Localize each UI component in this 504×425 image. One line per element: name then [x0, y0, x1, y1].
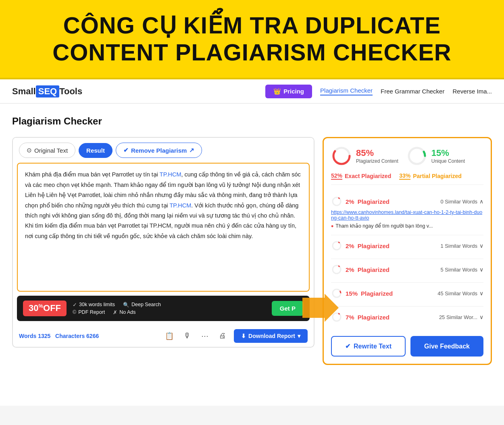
- result-circle-2: [331, 240, 342, 251]
- result-header-5: 7% Plagiarized 25 Similar Wor... ∨: [331, 311, 483, 323]
- promo-feature-row-2: © PDF Report ✗ No Ads: [73, 309, 266, 315]
- unique-pct: 15%: [431, 148, 465, 158]
- plagiarized-label: Plagiarized Content: [356, 158, 398, 164]
- similar-words-5: 25 Similar Wor... ∨: [439, 314, 483, 320]
- text-body: Khám phá địa điểm mua bán vẹt Parrotlet …: [25, 170, 302, 241]
- chevron-down-button-2[interactable]: ∨: [479, 243, 483, 249]
- result-header-3: 2% Plagiarized 5 Similar Words ∨: [331, 264, 483, 275]
- exact-plagiarism: 52% Exact Plagiarized: [331, 172, 391, 180]
- word-count-info: Words 1325 Characters 6266: [19, 333, 99, 339]
- svg-point-3: [409, 148, 425, 164]
- copy-icon[interactable]: 📋: [163, 330, 176, 342]
- rewrite-text-button[interactable]: ✔ Rewrite Text: [331, 336, 406, 357]
- partial-label: Partial Plagiarized: [413, 173, 462, 179]
- logo-prefix: Small: [12, 86, 36, 97]
- give-feedback-button[interactable]: Give Feedback: [410, 336, 483, 357]
- tab-remove-plagiarism[interactable]: ✔ Remove Plagiarism ↗: [116, 143, 202, 158]
- exact-pct: 52%: [331, 172, 342, 180]
- plagiarized-text: 85% Plagiarized Content: [356, 148, 398, 164]
- promo-feature-deep: 🔍 Deep Search: [123, 302, 161, 308]
- similar-words-2: 1 Similar Words ∨: [440, 243, 483, 249]
- result-pct-5: 7% Plagiarized: [331, 311, 389, 323]
- nav-reverse-image[interactable]: Reverse Ima...: [452, 88, 492, 95]
- logo-seo: SEQ: [36, 85, 59, 97]
- result-item-2: 2% Plagiarized 1 Similar Words ∨: [331, 235, 483, 259]
- page-title: Plagiarism Checker: [12, 116, 492, 127]
- tabs-bar: ⊙ Original Text Result ✔ Remove Plagiari…: [13, 138, 314, 163]
- promo-feature-noads: ✗ No Ads: [113, 309, 135, 315]
- result-header-1: 2% Plagiarized 0 Similar Words ∧: [331, 196, 483, 207]
- result-item-3: 2% Plagiarized 5 Similar Words ∨: [331, 259, 483, 283]
- chevron-down-button-4[interactable]: ∨: [479, 290, 483, 296]
- unique-circle-chart: [406, 145, 427, 166]
- result-header-4: 15% Plagiarized 45 Similar Words ∨: [331, 288, 483, 299]
- partial-pct: 33%: [399, 172, 410, 180]
- left-panel-wrapper: ⊙ Original Text Result ✔ Remove Plagiari…: [12, 137, 314, 347]
- pricing-button[interactable]: 👑 Pricing: [265, 85, 312, 98]
- promo-feature-row-1: ✓ 30k words limits 🔍 Deep Search: [73, 302, 266, 308]
- get-button[interactable]: Get P: [272, 301, 304, 316]
- right-panel: 85% Plagiarized Content 15% Unique Conte…: [323, 137, 492, 365]
- result-header-2: 2% Plagiarized 1 Similar Words ∨: [331, 240, 483, 251]
- download-report-button[interactable]: ⬇ Download Report ▾: [234, 329, 308, 343]
- result-item-1: 2% Plagiarized 0 Similar Words ∧ https:/…: [331, 191, 483, 235]
- scores-row: 85% Plagiarized Content 15% Unique Conte…: [331, 145, 483, 166]
- chevron-up-button-1[interactable]: ∧: [479, 198, 483, 205]
- external-link-icon: ↗: [189, 147, 194, 154]
- tab-result[interactable]: Result: [79, 143, 112, 158]
- tab-original-text[interactable]: ⊙ Original Text: [19, 143, 75, 158]
- crown-icon: 👑: [273, 88, 281, 95]
- back-icon: ⊙: [27, 147, 32, 154]
- page-content: Plagiarism Checker ⊙ Original Text Resul…: [0, 104, 504, 406]
- result-url-1[interactable]: https://www.canhovinhomes.land/tai-xuat-…: [331, 209, 483, 221]
- svg-marker-0: [302, 294, 339, 322]
- result-pct-1: 2% Plagiarized: [331, 196, 389, 207]
- highlight-tphcm-2: TP.HCM: [170, 202, 192, 209]
- plagiarized-circle-chart: [331, 145, 352, 166]
- chevron-down-button-5[interactable]: ∨: [479, 314, 483, 320]
- chevron-down-button-3[interactable]: ∨: [479, 266, 483, 273]
- plagiarized-score: 85% Plagiarized Content: [331, 145, 398, 166]
- share-icon[interactable]: ⋯: [198, 330, 211, 342]
- similar-words-3: 5 Similar Words ∨: [440, 266, 483, 273]
- footer-bar: Words 1325 Characters 6266 📋 🎙 ⋯ 🖨 ⬇ Dow…: [13, 325, 314, 347]
- check-icon: ✔: [123, 147, 129, 154]
- plagiarism-types: 52% Exact Plagiarized 33% Partial Plagia…: [331, 172, 483, 185]
- promo-off-badge: 30%OFF: [23, 301, 67, 316]
- download-icon: ⬇: [241, 333, 246, 339]
- similar-words-4: 45 Similar Words ∨: [437, 290, 483, 296]
- dot-icon-1: •: [331, 223, 333, 230]
- result-items-list: 2% Plagiarized 0 Similar Words ∧ https:/…: [331, 191, 483, 330]
- partial-plagiarism: 33% Partial Plagiarized: [399, 172, 462, 180]
- bottom-buttons: ✔ Rewrite Text Give Feedback: [331, 336, 483, 357]
- unique-text: 15% Unique Content: [431, 148, 465, 164]
- nav-plagiarism-checker[interactable]: Plagiarism Checker: [320, 87, 373, 95]
- left-panel: ⊙ Original Text Result ✔ Remove Plagiari…: [12, 137, 314, 347]
- result-circle-1: [331, 196, 342, 207]
- footer-icons: 📋 🎙 ⋯ 🖨 ⬇ Download Report ▾: [163, 329, 308, 343]
- result-item-5: 7% Plagiarized 25 Similar Wor... ∨: [331, 307, 483, 330]
- promo-bar: 30%OFF ✓ 30k words limits 🔍 Deep Search …: [17, 296, 310, 321]
- result-item-4: 15% Plagiarized 45 Similar Words ∨: [331, 283, 483, 307]
- result-circle-3: [331, 264, 342, 275]
- print-icon[interactable]: 🖨: [216, 330, 229, 342]
- chevron-down-icon: ▾: [298, 333, 300, 339]
- nav-grammar-checker[interactable]: Free Grammar Checker: [381, 88, 444, 95]
- text-content-area: Khám phá địa điểm mua bán vẹt Parrotlet …: [17, 163, 310, 292]
- result-pct-4: 15% Plagiarized: [331, 288, 393, 299]
- mic-icon[interactable]: 🎙: [181, 330, 194, 342]
- check-circle-icon: ✔: [345, 342, 350, 350]
- exact-label: Exact Plagiarized: [345, 173, 391, 179]
- similar-words-1: 0 Similar Words ∧: [440, 198, 483, 205]
- hero-banner: CÔNG CỤ KIỂM TRA DUPLICATE CONTENT PLAGI…: [0, 0, 504, 79]
- yellow-arrow-decoration: [302, 294, 339, 323]
- logo-suffix: Tools: [59, 86, 82, 97]
- result-pct-3: 2% Plagiarized: [331, 264, 389, 275]
- promo-features: ✓ 30k words limits 🔍 Deep Search © PDF R…: [73, 302, 266, 315]
- tool-container: ⊙ Original Text Result ✔ Remove Plagiari…: [12, 137, 492, 365]
- result-pct-2: 2% Plagiarized: [331, 240, 389, 251]
- navbar: SmallSEQTools 👑 Pricing Plagiarism Check…: [0, 79, 504, 104]
- plagiarized-pct: 85%: [356, 148, 398, 158]
- unique-score: 15% Unique Content: [406, 145, 465, 166]
- logo: SmallSEQTools: [12, 85, 82, 97]
